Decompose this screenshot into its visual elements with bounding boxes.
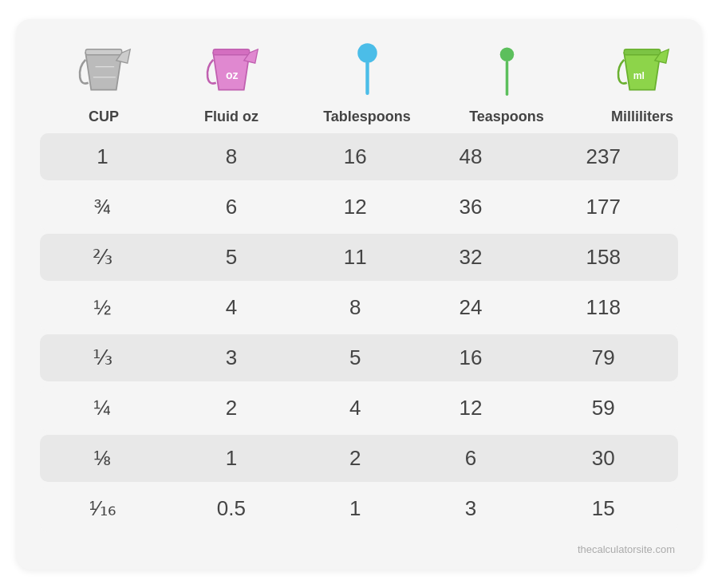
conversion-table: 181648237¾61236177⅔51132158½4824118⅓3516… [40, 130, 678, 535]
tsp-label: Teaspoons [469, 109, 544, 125]
conversion-card: CUP oz Fluid oz [16, 19, 702, 570]
table-row: ¼241259 [40, 385, 678, 432]
svg-point-9 [357, 43, 377, 63]
table-row: ½4824118 [40, 284, 678, 331]
cell-tsp: 36 [413, 184, 529, 231]
ml-header: ml Milliliters [574, 38, 710, 125]
cell-floz: 1 [165, 435, 298, 482]
cell-floz: 0.5 [165, 485, 298, 532]
cell-cup: ¹⁄₁₆ [40, 485, 165, 532]
cell-tsp: 6 [413, 435, 529, 482]
cell-floz: 5 [165, 234, 298, 281]
cell-floz: 3 [165, 334, 298, 381]
cell-tsp: 12 [413, 385, 529, 432]
svg-text:ml: ml [633, 69, 645, 81]
cell-ml: 59 [528, 385, 678, 432]
floz-header: oz Fluid oz [168, 38, 295, 125]
cell-cup: ¼ [40, 385, 165, 432]
cell-tsp: 3 [413, 485, 529, 532]
cell-tsp: 32 [413, 234, 529, 281]
table-row: ⅓351679 [40, 334, 678, 381]
svg-rect-6 [213, 49, 250, 54]
cup-header: CUP [40, 38, 168, 125]
cell-cup: ⅔ [40, 234, 165, 281]
cell-floz: 8 [165, 133, 298, 180]
header-row: CUP oz Fluid oz [40, 38, 678, 125]
cell-ml: 118 [528, 284, 678, 331]
tbsp-label: Tablespoons [323, 109, 411, 125]
cell-ml: 158 [528, 234, 678, 281]
cell-floz: 2 [165, 385, 298, 432]
cell-tbsp: 4 [298, 385, 413, 432]
cell-tbsp: 2 [298, 435, 413, 482]
table-row: ⅛12630 [40, 435, 678, 482]
cell-tbsp: 16 [298, 133, 413, 180]
ml-icon: ml [614, 38, 670, 102]
svg-rect-1 [85, 49, 122, 54]
table-row: ¹⁄₁₆0.51315 [40, 485, 678, 532]
cell-cup: ½ [40, 284, 165, 331]
svg-marker-0 [85, 53, 122, 89]
cell-tbsp: 8 [298, 284, 413, 331]
ml-label: Milliliters [611, 109, 673, 125]
cup-icon [76, 38, 132, 102]
cell-tbsp: 5 [298, 334, 413, 381]
cell-floz: 4 [165, 284, 298, 331]
svg-text:oz: oz [226, 68, 239, 81]
cell-floz: 6 [165, 184, 298, 231]
svg-rect-12 [505, 61, 508, 96]
cell-ml: 79 [528, 334, 678, 381]
table-row: 181648237 [40, 133, 678, 180]
floz-label: Fluid oz [204, 109, 258, 125]
tbsp-header: Tablespoons [295, 38, 439, 125]
cell-cup: ¾ [40, 184, 165, 231]
cell-cup: ⅓ [40, 334, 165, 381]
cell-tbsp: 12 [298, 184, 413, 231]
watermark: thecalculatorsite.com [40, 543, 678, 555]
cup-label: CUP [89, 109, 119, 125]
cell-cup: 1 [40, 133, 165, 180]
cell-ml: 15 [528, 485, 678, 532]
cell-tsp: 24 [413, 284, 529, 331]
floz-icon: oz [203, 38, 259, 102]
svg-point-11 [499, 48, 514, 62]
cell-ml: 237 [528, 133, 678, 180]
cell-tbsp: 11 [298, 234, 413, 281]
svg-rect-14 [624, 49, 661, 54]
cell-tbsp: 1 [298, 485, 413, 532]
cell-tsp: 16 [413, 334, 529, 381]
table-row: ¾61236177 [40, 184, 678, 231]
tablespoon-icon [353, 38, 381, 102]
teaspoon-icon [493, 38, 521, 102]
cell-ml: 177 [528, 184, 678, 231]
cell-tsp: 48 [413, 133, 529, 180]
tsp-header: Teaspoons [439, 38, 574, 125]
cell-ml: 30 [528, 435, 678, 482]
svg-rect-10 [365, 61, 369, 95]
table-row: ⅔51132158 [40, 234, 678, 281]
cell-cup: ⅛ [40, 435, 165, 482]
